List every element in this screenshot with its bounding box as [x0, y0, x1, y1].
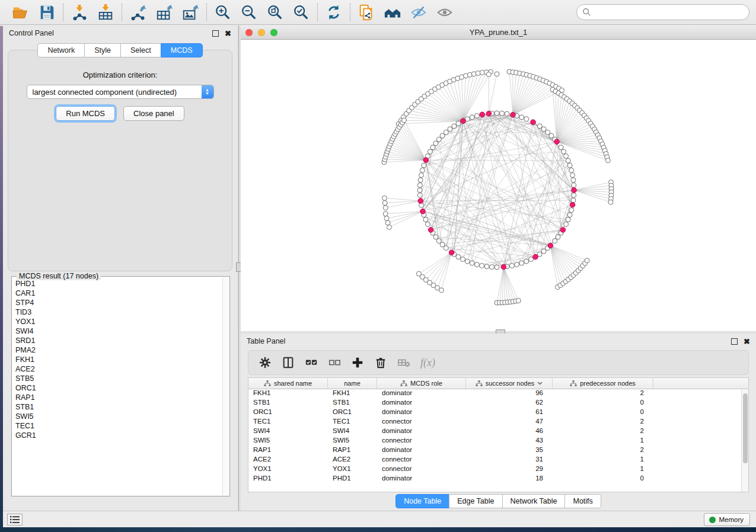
function-builder-icon[interactable]: f(x): [420, 357, 435, 369]
table-cell[interactable]: 0: [553, 408, 653, 418]
tab-select[interactable]: Select: [120, 43, 161, 57]
memory-button[interactable]: Memory: [704, 513, 750, 526]
export-network-icon[interactable]: [129, 4, 147, 21]
mcds-list-scrollbar[interactable]: [222, 277, 229, 495]
tab-edge-table[interactable]: Edge Table: [449, 494, 502, 508]
table-cell[interactable]: 2: [553, 418, 653, 427]
table-row[interactable]: SWI4SWI4dominator462: [248, 427, 748, 437]
mcds-result-item[interactable]: TEC1: [15, 421, 222, 431]
table-cell[interactable]: RAP1: [328, 446, 377, 456]
table-cell[interactable]: 29: [466, 465, 553, 475]
mcds-result-item[interactable]: PHD1: [15, 279, 222, 289]
table-cell[interactable]: RAP1: [248, 446, 328, 456]
settings-gear-icon[interactable]: [259, 356, 272, 369]
import-table-icon[interactable]: [97, 4, 114, 21]
table-cell[interactable]: 1: [553, 456, 653, 465]
zoom-selected-icon[interactable]: [292, 4, 310, 21]
table-cell[interactable]: connector: [377, 465, 466, 475]
table-row[interactable]: TEC1TEC1connector472: [248, 418, 748, 427]
table-cell[interactable]: 35: [466, 446, 553, 456]
mcds-result-item[interactable]: SWI4: [15, 326, 222, 336]
mcds-result-list[interactable]: PHD1CAR1STP4TID3YOX1SWI4SRD1PMA2FKH1ACE2…: [15, 279, 222, 495]
table-row[interactable]: FKH1FKH1dominator962: [248, 389, 748, 399]
column-header-predecessor-nodes[interactable]: predecessor nodes: [553, 378, 653, 389]
mcds-result-item[interactable]: FKH1: [15, 355, 222, 364]
table-cell[interactable]: 2: [553, 446, 653, 456]
mcds-result-item[interactable]: STB5: [15, 374, 222, 383]
criterion-dropdown[interactable]: largest connected component (undirected)…: [27, 85, 214, 99]
table-cell[interactable]: ACE2: [328, 456, 377, 465]
close-panel-button[interactable]: Close panel: [123, 106, 184, 121]
export-table-icon[interactable]: [155, 4, 173, 21]
table-cell[interactable]: FKH1: [248, 389, 328, 399]
table-cell[interactable]: SWI5: [248, 437, 328, 446]
table-cell[interactable]: STB1: [328, 399, 377, 408]
export-image-icon[interactable]: [181, 4, 199, 21]
tab-mcds[interactable]: MCDS: [161, 43, 203, 57]
table-cell[interactable]: dominator: [377, 427, 466, 437]
column-header-successor-nodes[interactable]: successor nodes: [466, 378, 553, 389]
table-cell[interactable]: ACE2: [248, 456, 328, 465]
table-cell[interactable]: dominator: [377, 446, 466, 456]
table-cell[interactable]: TEC1: [328, 418, 377, 427]
table-cell[interactable]: YOX1: [328, 465, 377, 475]
table-cell[interactable]: YOX1: [248, 465, 328, 475]
table-cell[interactable]: SWI4: [328, 427, 377, 437]
mcds-result-item[interactable]: YOX1: [15, 317, 222, 326]
zoom-fit-icon[interactable]: [266, 4, 284, 21]
table-scrollbar[interactable]: [741, 390, 748, 492]
table-cell[interactable]: 2: [553, 427, 653, 437]
table-cell[interactable]: dominator: [377, 399, 466, 408]
float-table-panel-icon[interactable]: [731, 338, 738, 345]
first-neighbors-icon[interactable]: [384, 4, 401, 21]
column-header-mcds-role[interactable]: MCDS role: [377, 378, 466, 389]
mcds-result-item[interactable]: STB1: [15, 402, 222, 412]
table-cell[interactable]: connector: [377, 456, 466, 465]
tab-style[interactable]: Style: [84, 43, 120, 57]
tab-node-table[interactable]: Node Table: [395, 494, 449, 508]
tab-network[interactable]: Network: [37, 43, 84, 57]
table-cell[interactable]: 0: [553, 475, 653, 484]
delete-table-icon[interactable]: [397, 356, 410, 369]
column-header-shared-name[interactable]: shared name: [248, 378, 328, 389]
column-header-name[interactable]: name: [328, 378, 377, 389]
table-row[interactable]: ACE2ACE2connector311: [248, 456, 748, 465]
table-cell[interactable]: 31: [466, 456, 553, 465]
table-cell[interactable]: FKH1: [328, 389, 377, 399]
table-row[interactable]: ORC1ORC1dominator610: [248, 408, 748, 418]
table-cell[interactable]: 18: [466, 475, 553, 484]
mcds-result-item[interactable]: ACE2: [15, 364, 222, 374]
clone-network-icon[interactable]: [358, 4, 375, 21]
table-cell[interactable]: SWI4: [248, 427, 328, 437]
table-row[interactable]: STB1STB1dominator620: [248, 399, 748, 408]
table-row[interactable]: PHD1PHD1dominator180: [248, 475, 748, 484]
table-cell[interactable]: dominator: [377, 408, 466, 418]
network-graph-canvas[interactable]: [241, 40, 756, 333]
add-column-icon[interactable]: [351, 356, 364, 369]
run-mcds-button[interactable]: Run MCDS: [56, 106, 115, 121]
tab-network-table[interactable]: Network Table: [502, 494, 565, 508]
open-folder-icon[interactable]: [12, 4, 30, 21]
zoom-out-icon[interactable]: [240, 4, 258, 21]
table-cell[interactable]: 46: [466, 427, 553, 437]
show-all-eye-icon[interactable]: [436, 4, 454, 21]
float-panel-icon[interactable]: [212, 30, 219, 37]
close-table-panel-icon[interactable]: ✖: [744, 338, 750, 345]
table-cell[interactable]: 96: [466, 389, 553, 399]
table-row[interactable]: SWI5SWI5connector431: [248, 437, 748, 446]
tab-motifs[interactable]: Motifs: [564, 494, 601, 508]
table-cell[interactable]: PHD1: [328, 475, 377, 484]
table-cell[interactable]: STB1: [248, 399, 328, 408]
mcds-result-item[interactable]: SWI5: [15, 412, 222, 421]
table-cell[interactable]: dominator: [377, 389, 466, 399]
close-panel-icon[interactable]: ✖: [225, 30, 231, 37]
table-cell[interactable]: 1: [553, 437, 653, 446]
table-cell[interactable]: dominator: [377, 475, 466, 484]
table-cell[interactable]: 43: [466, 437, 553, 446]
table-scrollbar-thumb[interactable]: [743, 393, 748, 463]
import-network-icon[interactable]: [71, 4, 88, 21]
table-cell[interactable]: 62: [466, 399, 553, 408]
hide-selected-eye-icon[interactable]: [410, 4, 428, 21]
mcds-result-item[interactable]: TID3: [15, 307, 222, 317]
refresh-icon[interactable]: [325, 4, 343, 21]
